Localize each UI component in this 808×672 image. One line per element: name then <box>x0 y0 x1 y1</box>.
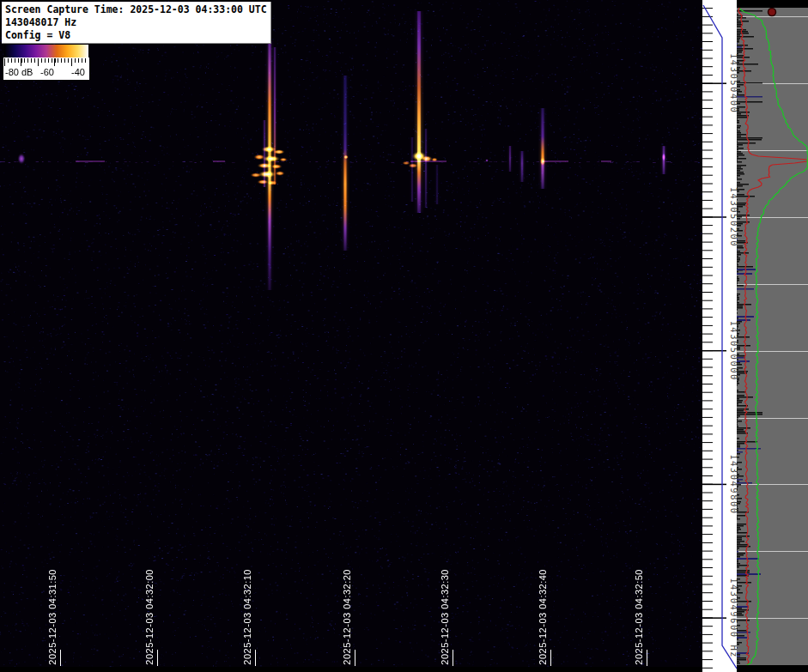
freq-axis-label: 143050200 <box>729 187 737 247</box>
header-box: Screen Capture Time: 2025-12-03 04:33:00… <box>2 2 271 44</box>
frequency-axis-svg: 1430504001430502001430500001430498001430… <box>702 0 737 672</box>
freq-axis-label: 143049800 <box>729 454 737 514</box>
freq-axis-label: 143050000 <box>729 320 737 380</box>
colorbar-labels: -80 dB -60 -40 <box>3 66 89 79</box>
colorbar-label-40: -40 <box>71 67 85 77</box>
spectrogram-screen: 1430504001430502001430500001430498001430… <box>0 0 808 672</box>
waterfall-canvas <box>0 0 702 672</box>
colorbar-gradient <box>4 45 88 58</box>
freq-axis-label: 143049600 Hz <box>729 578 737 658</box>
frequency-text: 143048017 Hz <box>5 16 270 29</box>
spectrum-panel-canvas <box>737 0 808 672</box>
colorbar-label-80db: -80 dB <box>5 67 33 77</box>
frequency-axis: 1430504001430502001430500001430498001430… <box>702 0 737 672</box>
colorbar-ruler <box>4 58 88 66</box>
config-text: Config = V8 <box>5 29 270 42</box>
freq-axis-label: 143050400 <box>729 53 737 113</box>
capture-time-text: Screen Capture Time: 2025-12-03 04:33:00… <box>5 3 270 16</box>
colorbar-scale: -80 dB -60 -40 <box>3 58 89 80</box>
colorbar-label-60: -60 <box>40 67 54 77</box>
